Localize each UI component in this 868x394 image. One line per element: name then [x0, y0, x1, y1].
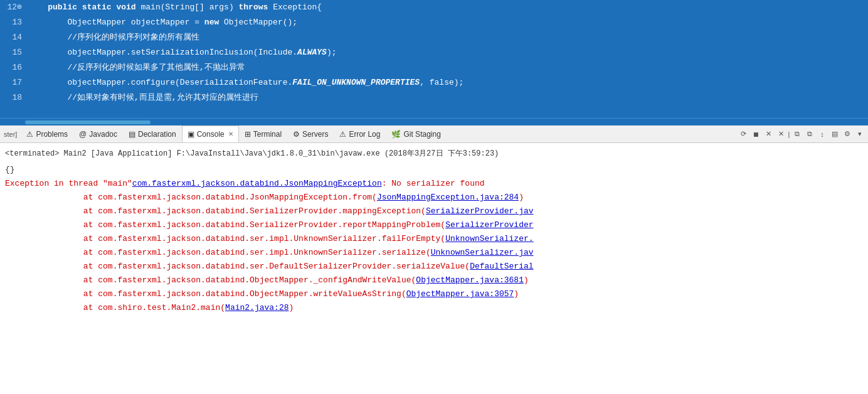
stack-link-9[interactable]: Main2.java:28	[225, 301, 288, 315]
code-line-12: 12⊕ public static void main(String[] arg…	[0, 0, 868, 15]
line-content-17: objectMapper.configure(DeserializationFe…	[28, 75, 868, 90]
exception-class-link[interactable]: com.fasterxml.jackson.databind.JsonMappi…	[132, 177, 382, 191]
stack-line-3: at com.fasterxml.jackson.databind.Serial…	[5, 218, 863, 232]
line-number-17: 17	[0, 75, 28, 90]
tab-servers[interactable]: ⚙ Servers	[287, 125, 334, 142]
toolbar-paste-btn[interactable]: ⧉	[804, 129, 815, 140]
code-line-14: 14 //序列化的时候序列对象的所有属性	[0, 30, 868, 45]
stack-text-6: at com.fasterxml.jackson.databind.ser.De…	[5, 260, 470, 274]
stack-text-7: at com.fasterxml.jackson.databind.Object…	[5, 274, 416, 287]
tab-console[interactable]: ▣ Console ✕	[182, 125, 239, 142]
stack-line-1: at com.fasterxml.jackson.databind.JsonMa…	[5, 191, 863, 205]
stack-link-4[interactable]: UnknownSerializer.	[445, 232, 533, 246]
errorlog-icon: ⚠	[339, 130, 346, 139]
code-line-18: 18 //如果对象有时候,而且是需,允许其对应的属性进行	[0, 90, 868, 105]
toolbar-copy-btn[interactable]: ⧉	[791, 129, 803, 140]
line-number-12: 12⊕	[0, 0, 28, 15]
line-number-14: 14	[0, 30, 28, 45]
stack-line-2: at com.fasterxml.jackson.databind.Serial…	[5, 205, 863, 218]
toolbar-pin-btn[interactable]: ✕	[775, 129, 786, 140]
tab-servers-label: Servers	[302, 130, 328, 139]
code-line-13: 13 ObjectMapper objectMapper = new Objec…	[0, 15, 868, 30]
tab-gitstaging[interactable]: 🌿 Git Staging	[386, 125, 446, 142]
stack-line-7: at com.fasterxml.jackson.databind.Object…	[5, 274, 863, 287]
stack-link-6[interactable]: DefaultSerial	[470, 260, 533, 274]
toolbar-close-btn[interactable]: ✕	[763, 129, 774, 140]
stack-line-6: at com.fasterxml.jackson.databind.ser.De…	[5, 260, 863, 274]
empty-braces: {}	[5, 163, 863, 177]
stack-text-1: at com.fasterxml.jackson.databind.JsonMa…	[5, 191, 377, 205]
stack-suffix-9: )	[289, 301, 294, 315]
tab-console-label: Console	[197, 130, 225, 139]
tab-terminal[interactable]: ⊞ Terminal	[239, 125, 287, 142]
stack-text-9: at com.shiro.test.Main2.main(	[5, 301, 225, 315]
tab-errorlog[interactable]: ⚠ Error Log	[334, 125, 386, 142]
toolbar-menu-btn[interactable]: ▾	[854, 129, 865, 140]
stack-link-7[interactable]: ObjectMapper.java:3681	[416, 274, 524, 287]
stack-text-8: at com.fasterxml.jackson.databind.Object…	[5, 287, 406, 301]
stack-line-8: at com.fasterxml.jackson.databind.Object…	[5, 287, 863, 301]
line-content-15: objectMapper.setSerializationInclusion(I…	[28, 45, 868, 60]
gitstaging-icon: 🌿	[391, 130, 401, 139]
tab-declaration[interactable]: ▤ Declaration	[123, 125, 182, 142]
exception-prefix: Exception in thread "main"	[5, 177, 132, 191]
exception-line: Exception in thread "main" com.fasterxml…	[5, 177, 863, 191]
terminated-line: <terminated> Main2 [Java Application] F:…	[5, 147, 863, 161]
tab-javadoc-label: Javadoc	[89, 130, 117, 139]
console-icon: ▣	[188, 130, 194, 139]
javadoc-icon: @	[79, 130, 87, 139]
stack-text-4: at com.fasterxml.jackson.databind.ser.im…	[5, 232, 445, 246]
tab-declaration-label: Declaration	[138, 130, 176, 139]
tab-bar-left-label: ster]	[0, 130, 21, 138]
scrollbar-thumb[interactable]	[25, 120, 151, 124]
problems-icon: ⚠	[26, 130, 33, 139]
tab-terminal-label: Terminal	[253, 130, 282, 139]
stack-text-5: at com.fasterxml.jackson.databind.ser.im…	[5, 246, 431, 260]
tab-javadoc[interactable]: @ Javadoc	[73, 125, 123, 142]
line-content-12: public static void main(String[] args) t…	[28, 0, 868, 15]
tab-bar-actions: ⟳ ⏹ ✕ ✕ | ⧉ ⧉ ↕ ▤ ⚙ ▾	[738, 129, 868, 140]
stack-line-9: at com.shiro.test.Main2.main(Main2.java:…	[5, 301, 863, 315]
exception-suffix: : No serializer found	[382, 177, 485, 191]
toolbar-filter-btn[interactable]: ▤	[829, 129, 840, 140]
code-line-15: 15 objectMapper.setSerializationInclusio…	[0, 45, 868, 60]
stack-suffix-8: )	[514, 287, 519, 301]
tab-bar: ster] ⚠ Problems @ Javadoc ▤ Declaration…	[0, 125, 868, 143]
stack-link-3[interactable]: SerializerProvider	[445, 218, 533, 232]
stack-link-2[interactable]: SerializerProvider.jav	[426, 205, 534, 218]
stack-text-3: at com.fasterxml.jackson.databind.Serial…	[5, 218, 445, 232]
tab-problems-label: Problems	[36, 130, 68, 139]
code-line-16: 16 //反序列化的时候如果多了其他属性,不抛出异常	[0, 60, 868, 75]
toolbar-scroll-btn[interactable]: ↕	[817, 129, 828, 140]
line-number-15: 15	[0, 45, 28, 60]
code-editor: 12⊕ public static void main(String[] arg…	[0, 0, 868, 118]
console-close-icon[interactable]: ✕	[228, 130, 233, 137]
stack-suffix-7: )	[524, 274, 529, 287]
tab-errorlog-label: Error Log	[349, 130, 380, 139]
toolbar-separator1: |	[788, 129, 790, 140]
code-line-17: 17 objectMapper.configure(Deserializatio…	[0, 75, 868, 90]
tab-problems[interactable]: ⚠ Problems	[21, 125, 73, 142]
stack-link-1[interactable]: JsonMappingException.java:284	[377, 191, 519, 205]
line-content-18: //如果对象有时候,而且是需,允许其对应的属性进行	[28, 90, 868, 105]
console-area: <terminated> Main2 [Java Application] F:…	[0, 143, 868, 394]
line-content-13: ObjectMapper objectMapper = new ObjectMa…	[28, 15, 868, 30]
servers-icon: ⚙	[293, 130, 300, 139]
line-content-16: //反序列化的时候如果多了其他属性,不抛出异常	[28, 60, 868, 75]
toolbar-stop-btn[interactable]: ⏹	[750, 129, 761, 140]
stack-line-4: at com.fasterxml.jackson.databind.ser.im…	[5, 232, 863, 246]
tab-gitstaging-label: Git Staging	[403, 130, 440, 139]
stack-suffix-1: )	[519, 191, 524, 205]
horizontal-scrollbar[interactable]	[0, 118, 868, 125]
stack-link-8[interactable]: ObjectMapper.java:3057	[406, 287, 514, 301]
toolbar-settings-btn[interactable]: ⚙	[842, 129, 853, 140]
line-number-13: 13	[0, 15, 28, 30]
stack-text-2: at com.fasterxml.jackson.databind.Serial…	[5, 205, 426, 218]
terminal-icon: ⊞	[245, 130, 251, 139]
stack-link-5[interactable]: UnknownSerializer.jav	[431, 246, 534, 260]
line-number-18: 18	[0, 90, 28, 105]
line-content-14: //序列化的时候序列对象的所有属性	[28, 30, 868, 45]
toolbar-minimize-btn[interactable]: ⟳	[738, 129, 749, 140]
line-number-16: 16	[0, 60, 28, 75]
stack-line-5: at com.fasterxml.jackson.databind.ser.im…	[5, 246, 863, 260]
